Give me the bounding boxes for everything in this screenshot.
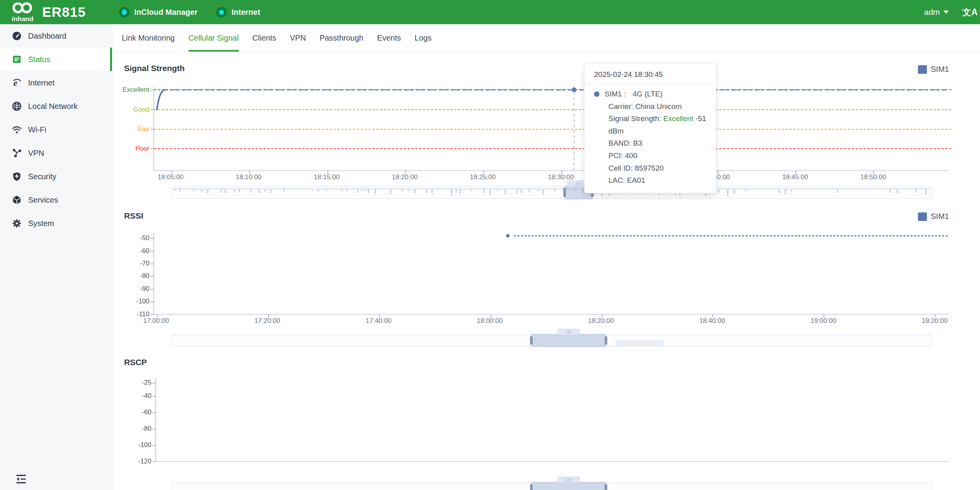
y-tick-label: -80 <box>114 425 151 433</box>
sidebar-item-dashboard[interactable]: Dashboard <box>0 24 112 48</box>
tab-clients[interactable]: Clients <box>253 24 276 52</box>
x-tick-label: 18:00:00 <box>477 317 503 325</box>
y-tick-label: -40 <box>114 392 151 400</box>
y-tick-label: -60 <box>114 408 151 416</box>
rssi-title: RSSI <box>124 211 143 221</box>
zoom-selected-window[interactable] <box>531 334 606 347</box>
sidebar-item-internet[interactable]: e Internet <box>0 71 112 94</box>
rscp-plot[interactable] <box>155 378 948 462</box>
x-tick-label: 17:20:00 <box>254 317 280 325</box>
legend-swatch <box>918 65 927 74</box>
zoom-handle-left[interactable] <box>530 484 533 490</box>
legend-label: SIM1 <box>931 212 949 221</box>
sidebar-item-vpn[interactable]: VPN <box>0 141 112 165</box>
legend-swatch <box>918 212 927 221</box>
sidebar-item-system[interactable]: System <box>0 212 112 235</box>
x-tick-label: 17:00:00 <box>143 317 169 325</box>
signal-strength-legend[interactable]: SIM1 <box>918 65 949 74</box>
sidebar-item-security[interactable]: Security <box>0 165 112 188</box>
tab-vpn[interactable]: VPN <box>290 24 306 52</box>
sim1-line-rise <box>157 90 164 110</box>
sidebar-collapse-button[interactable] <box>13 472 29 486</box>
y-tick-label: -60 <box>112 247 149 255</box>
x-tick-label: 18:45:00 <box>782 173 808 181</box>
sidebar-item-services[interactable]: Services <box>0 188 112 212</box>
y-tick-label: -120 <box>114 458 151 465</box>
tooltip-network-type: 4G (LTE) <box>633 88 663 100</box>
header-status-group: InCloud Manager Internet <box>119 0 260 24</box>
gear-icon <box>12 218 22 228</box>
globe-icon <box>12 101 22 111</box>
x-tick-label: 18:50:00 <box>860 173 886 181</box>
dashboard-icon <box>12 31 22 41</box>
inhand-logo-icon: inhand <box>9 2 37 23</box>
zoom-drag-handle[interactable] <box>557 329 580 335</box>
tab-events[interactable]: Events <box>377 24 401 52</box>
shield-icon <box>12 171 22 182</box>
signal-strength-plot[interactable] <box>153 87 948 171</box>
sidebar-item-wifi[interactable]: Wi-Fi <box>0 118 112 141</box>
sidebar: Dashboard Status e Internet Local Networ… <box>0 24 112 490</box>
status-icon <box>12 54 22 64</box>
x-tick-label: 17:40:00 <box>366 317 391 325</box>
zoom-handle-right[interactable] <box>605 336 607 345</box>
series-dot-icon <box>594 91 599 97</box>
zoom-shadow-region <box>615 340 664 346</box>
legend-label: SIM1 <box>931 65 949 74</box>
cube-icon <box>12 195 22 205</box>
zoom-handle-left[interactable] <box>530 336 533 345</box>
status-incloud-manager: InCloud Manager <box>119 7 197 18</box>
zoom-data-shadow <box>172 187 932 198</box>
y-category-fair: Fair <box>112 125 149 133</box>
status-internet: Internet <box>216 7 260 18</box>
tab-cellular-signal[interactable]: Cellular Signal <box>189 24 239 52</box>
x-tick-label: 18:05:00 <box>158 173 183 181</box>
signal-strength-series-svg <box>154 87 948 170</box>
y-tick-label: -100 <box>112 298 149 305</box>
y-tick-label: -80 <box>112 272 149 280</box>
rssi-plot[interactable] <box>153 233 948 315</box>
y-tick-label: -25 <box>114 379 151 387</box>
x-tick-label: 18:40:00 <box>699 317 725 325</box>
tooltip-row-lac: LACEA01 <box>594 174 707 187</box>
y-tick-label: -90 <box>112 285 149 293</box>
x-tick-label: 18:20:00 <box>588 317 614 325</box>
status-tabbar: Link Monitoring Cellular Signal Clients … <box>112 24 980 52</box>
sidebar-item-local-network[interactable]: Local Network <box>0 94 112 118</box>
zoom-drag-handle[interactable] <box>557 477 580 483</box>
signal-strength-zoom-slider[interactable] <box>172 186 932 199</box>
tooltip-row-cell-id: Cell ID8597520 <box>594 162 707 175</box>
cloud-status-icon <box>119 7 130 18</box>
tooltip-row-pci: PCI400 <box>594 150 707 162</box>
logo-text: inhand <box>12 15 34 23</box>
x-tick-label: 18:15:00 <box>314 173 340 181</box>
zoom-handle-left[interactable] <box>563 188 566 197</box>
tab-passthrough[interactable]: Passthrough <box>320 24 363 52</box>
internet-browser-icon: e <box>12 78 22 88</box>
x-tick-label: 19:20:00 <box>922 317 948 325</box>
app-root: inhand ER815 InCloud Manager Internet ad… <box>0 0 980 490</box>
user-menu[interactable]: adm <box>924 7 949 17</box>
zoom-handle-right[interactable] <box>605 484 607 490</box>
hover-point <box>572 87 576 92</box>
x-tick-label: 18:10:00 <box>236 173 261 181</box>
language-switch-icon[interactable]: 文A <box>962 6 978 18</box>
signal-strength-x-axis: 18:05:00 18:10:00 18:15:00 18:20:00 18:2… <box>153 173 948 182</box>
y-category-excellent: Excellent <box>112 86 149 94</box>
y-tick-label: -70 <box>112 260 149 267</box>
chevron-down-icon <box>943 11 949 14</box>
x-tick-label: 19:00:00 <box>811 317 836 325</box>
sidebar-item-status[interactable]: Status <box>0 48 112 71</box>
username: adm <box>924 7 940 17</box>
collapse-sidebar-icon <box>14 473 28 485</box>
y-tick-label: -100 <box>114 441 151 449</box>
signal-strength-title: Signal Strength <box>124 64 185 73</box>
zoom-selected-window[interactable] <box>531 482 606 490</box>
vpn-nodes-icon <box>12 148 22 158</box>
rssi-legend[interactable]: SIM1 <box>918 212 949 221</box>
tab-link-monitoring[interactable]: Link Monitoring <box>122 24 175 52</box>
tab-logs[interactable]: Logs <box>414 24 431 52</box>
rssi-zoom-slider[interactable] <box>172 335 932 346</box>
tooltip-series-name: SIM1 <box>605 88 626 100</box>
rscp-zoom-slider[interactable] <box>172 483 932 490</box>
